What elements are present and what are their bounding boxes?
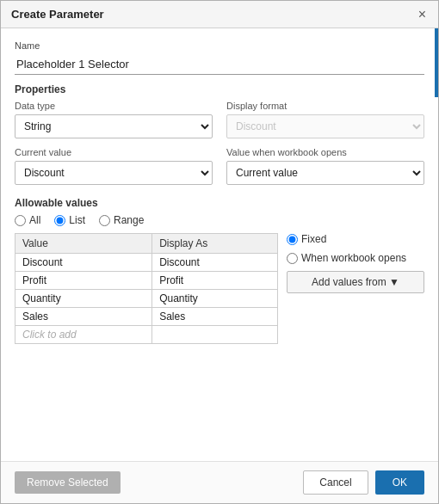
radio-all[interactable]	[15, 215, 26, 226]
radio-all-label[interactable]: All	[15, 214, 40, 226]
dialog-footer: Remove Selected Cancel OK	[1, 461, 438, 503]
value-when-opens-select[interactable]: Current value Prompt user	[226, 161, 424, 185]
current-value-row: Current value Discount Profit Quantity S…	[15, 147, 424, 185]
current-value-select[interactable]: Discount Profit Quantity Sales	[15, 161, 213, 185]
allowable-radio-group: All List Range	[15, 214, 424, 226]
fixed-radio[interactable]	[287, 234, 298, 245]
cancel-button[interactable]: Cancel	[303, 470, 368, 495]
table-row[interactable]: Discount Discount	[15, 254, 278, 272]
when-opens-radio-label[interactable]: When workbook opens	[287, 252, 424, 264]
radio-range[interactable]	[99, 215, 110, 226]
add-values-button[interactable]: Add values from ▼	[287, 271, 424, 293]
name-label: Name	[15, 40, 424, 51]
data-type-display-row: Data type String Integer Float Display f…	[15, 101, 424, 138]
row-display: Sales	[152, 308, 278, 326]
allowable-values-title: Allowable values	[15, 197, 424, 209]
table-row[interactable]: Profit Profit	[15, 272, 278, 290]
row-value: Discount	[15, 254, 152, 272]
radio-range-label[interactable]: Range	[99, 214, 144, 226]
radio-list-text: List	[69, 214, 85, 226]
name-input[interactable]	[15, 54, 424, 75]
scroll-indicator	[435, 28, 438, 97]
row-value: Quantity	[15, 290, 152, 308]
value-when-opens-group: Value when workbook opens Current value …	[226, 147, 424, 185]
add-row[interactable]: Click to add	[15, 326, 278, 344]
current-value-label: Current value	[15, 147, 213, 157]
when-opens-text: When workbook opens	[301, 252, 406, 264]
remove-selected-button[interactable]: Remove Selected	[15, 471, 121, 494]
add-row-label[interactable]: Click to add	[15, 326, 152, 344]
table-row[interactable]: Quantity Quantity	[15, 290, 278, 308]
ok-button[interactable]: OK	[375, 470, 424, 495]
when-opens-radio[interactable]	[287, 253, 298, 264]
display-format-group: Display format Discount	[226, 101, 424, 138]
radio-list[interactable]	[54, 215, 65, 226]
dialog-title: Create Parameter	[11, 8, 104, 21]
current-value-group: Current value Discount Profit Quantity S…	[15, 147, 213, 185]
create-parameter-dialog: Create Parameter × Name Properties Data …	[0, 0, 439, 504]
close-button[interactable]: ×	[417, 8, 428, 22]
col-display-as: Display As	[152, 234, 278, 254]
radio-all-text: All	[29, 214, 40, 226]
row-display: Discount	[152, 254, 278, 272]
row-display: Profit	[152, 272, 278, 290]
data-type-label: Data type	[15, 101, 213, 111]
col-value: Value	[15, 234, 152, 254]
value-when-opens-label: Value when workbook opens	[226, 147, 424, 157]
radio-range-text: Range	[114, 214, 144, 226]
main-area: Value Display As Discount Discount Profi…	[15, 233, 424, 344]
data-type-select[interactable]: String Integer Float	[15, 114, 213, 138]
data-type-group: Data type String Integer Float	[15, 101, 213, 138]
row-display: Quantity	[152, 290, 278, 308]
properties-section: Properties Data type String Integer Floa…	[15, 83, 424, 185]
fixed-radio-label[interactable]: Fixed	[287, 233, 424, 245]
row-value: Profit	[15, 272, 152, 290]
values-table: Value Display As Discount Discount Profi…	[15, 233, 278, 344]
name-section: Name	[15, 40, 424, 75]
dialog-body: Name Properties Data type String Integer…	[1, 28, 438, 461]
display-format-select[interactable]: Discount	[226, 114, 424, 138]
display-format-label: Display format	[226, 101, 424, 111]
footer-right-buttons: Cancel OK	[303, 470, 424, 495]
dialog-title-bar: Create Parameter ×	[1, 1, 438, 28]
properties-title: Properties	[15, 83, 424, 95]
row-value: Sales	[15, 308, 152, 326]
allowable-values-section: Allowable values All List Range	[15, 197, 424, 344]
table-row[interactable]: Sales Sales	[15, 308, 278, 326]
right-options: Fixed When workbook opens Add values fro…	[287, 233, 424, 344]
radio-list-label[interactable]: List	[54, 214, 85, 226]
fixed-text: Fixed	[301, 233, 326, 245]
